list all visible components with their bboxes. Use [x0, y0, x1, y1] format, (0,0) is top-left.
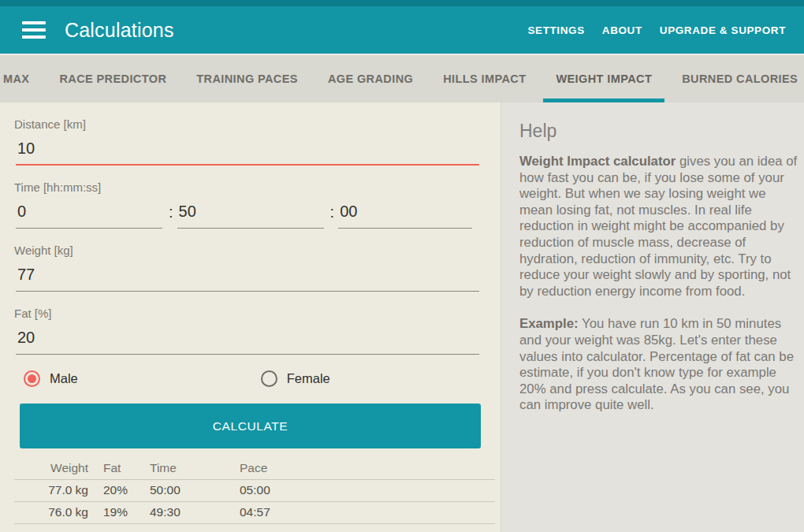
weight-input[interactable]	[16, 261, 479, 292]
help-description-bold: Weight Impact calculator	[519, 154, 676, 169]
time-seconds-input[interactable]	[338, 198, 472, 229]
cell-fat: 20%	[88, 480, 150, 502]
fat-label: Fat [%]	[14, 307, 501, 320]
table-row: 77.0 kg 20% 50:00 05:00	[14, 480, 495, 502]
calculator-form-panel: Distance [km] Time [hh:mm:ss] : : Weight…	[0, 102, 501, 532]
male-radio-label: Male	[50, 371, 78, 386]
page-title: Calculations	[65, 19, 174, 42]
cell-fat: 19%	[88, 502, 150, 524]
time-hours-input[interactable]	[16, 198, 162, 229]
tab-max[interactable]: MAX	[0, 55, 44, 102]
help-panel: Help Weight Impact calculator gives you …	[501, 102, 804, 532]
upgrade-support-action[interactable]: UPGRADE & SUPPORT	[651, 17, 795, 44]
col-fat: Fat	[88, 458, 150, 480]
cell-time: 50:00	[150, 480, 240, 502]
about-action[interactable]: ABOUT	[594, 17, 651, 44]
help-example: Example: You have run 10 km in 50 minute…	[519, 316, 798, 414]
tab-weight-impact[interactable]: WEIGHT IMPACT	[541, 55, 667, 102]
time-colon: :	[324, 203, 339, 229]
results-header-row: Weight Fat Time Pace	[14, 458, 495, 480]
time-colon: :	[162, 203, 177, 229]
cell-pace: 05:00	[240, 480, 495, 502]
male-radio[interactable]: Male	[24, 370, 78, 387]
cell-time: 49:30	[150, 502, 240, 524]
settings-action[interactable]: SETTINGS	[519, 17, 593, 44]
col-time: Time	[150, 458, 240, 480]
cell-weight: 77.0 kg	[14, 480, 88, 502]
tab-hills-impact[interactable]: HILLS IMPACT	[428, 55, 541, 102]
female-radio[interactable]: Female	[261, 370, 330, 387]
tab-strip: MAX RACE PREDICTOR TRAINING PACES AGE GR…	[0, 54, 804, 102]
distance-input[interactable]	[16, 135, 479, 166]
time-inputs-row: : :	[16, 198, 481, 229]
female-radio-label: Female	[287, 371, 330, 386]
hamburger-menu-icon[interactable]	[22, 21, 46, 39]
calculate-button[interactable]: CALCULATE	[20, 404, 481, 448]
weight-label: Weight [kg]	[14, 244, 501, 257]
results-table: Weight Fat Time Pace 77.0 kg 20% 50:00 0…	[14, 458, 495, 524]
cell-pace: 04:57	[240, 502, 495, 524]
appbar-actions: SETTINGS ABOUT UPGRADE & SUPPORT	[519, 17, 795, 44]
help-description: Weight Impact calculator gives you an id…	[519, 154, 798, 299]
radio-unselected-icon	[261, 370, 277, 387]
time-minutes-input[interactable]	[177, 198, 324, 229]
tab-training-paces[interactable]: TRAINING PACES	[181, 55, 313, 102]
table-row: 76.0 kg 19% 49:30 04:57	[14, 502, 495, 524]
col-pace: Pace	[240, 458, 495, 480]
app-bar: Calculations SETTINGS ABOUT UPGRADE & SU…	[0, 6, 804, 54]
tab-race-predictor[interactable]: RACE PREDICTOR	[44, 55, 181, 102]
help-title: Help	[519, 121, 796, 142]
fat-input[interactable]	[16, 324, 479, 355]
radio-selected-icon	[24, 370, 40, 387]
col-weight: Weight	[14, 458, 88, 480]
status-bar	[0, 0, 804, 6]
tab-age-grading[interactable]: AGE GRADING	[313, 55, 428, 102]
gender-radio-group: Male Female	[24, 370, 501, 387]
time-label: Time [hh:mm:ss]	[14, 180, 501, 194]
main-content: Distance [km] Time [hh:mm:ss] : : Weight…	[0, 102, 804, 532]
distance-label: Distance [km]	[14, 117, 501, 131]
help-example-bold: Example:	[519, 316, 579, 331]
tab-burned-calories[interactable]: BURNED CALORIES	[667, 55, 804, 102]
cell-weight: 76.0 kg	[14, 502, 88, 524]
help-description-text: gives you an idea of how fast you can be…	[519, 154, 797, 299]
